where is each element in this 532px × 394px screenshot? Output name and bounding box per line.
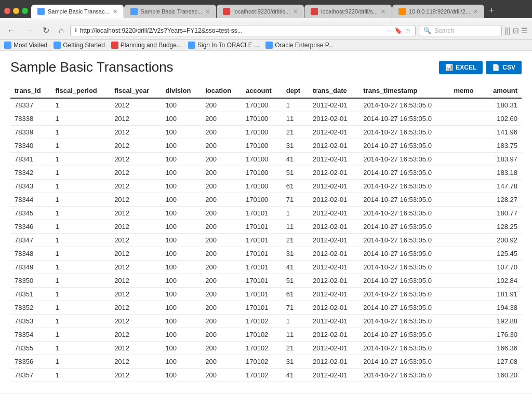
cell-10-1: 1 [51,234,111,247]
cell-20-10: 160.20 [483,369,522,382]
export-excel-button[interactable]: 📊 EXCEL [439,61,483,74]
tab-close-5[interactable]: ✕ [473,8,478,15]
url-text: http://localhost:9220/drill/2/v2s?Years=… [80,27,383,34]
table-header-row: trans_id fiscal_period fiscal_year divis… [10,84,522,98]
tab-close-1[interactable]: ✕ [113,8,117,15]
col-header-dept: dept [282,84,309,98]
cell-1-2: 2012 [110,112,161,126]
cell-4-2: 2012 [110,153,161,166]
forward-button[interactable]: → [22,25,36,36]
cell-4-8: 2014-10-27 16:53:05.0 [359,153,449,166]
back-button[interactable]: ← [4,25,19,36]
cell-16-6: 1 [282,315,309,328]
cell-18-6: 21 [282,342,309,355]
table-row: 7834012012100200170100312012-02-012014-1… [10,139,522,153]
bookmarks-icon[interactable]: ||| [505,26,511,35]
cell-0-5: 170100 [242,98,282,112]
cell-16-10: 192.88 [483,315,522,328]
cell-2-4: 200 [201,126,242,139]
cell-15-1: 1 [51,301,111,315]
cell-11-4: 200 [201,247,242,261]
browser-tab-5[interactable]: 10.0.0.119:9220/drill/2... ✕ [392,5,484,18]
cell-20-8: 2014-10-27 16:53:05.0 [359,369,449,382]
cell-8-0: 78345 [10,207,51,220]
cell-9-10: 128.25 [483,220,522,234]
cell-20-1: 1 [51,369,111,382]
cell-4-7: 2012-02-01 [309,153,359,166]
col-header-amount: amount [483,84,522,98]
menu-icon[interactable]: ☰ [521,26,528,35]
cell-18-10: 166.36 [483,342,522,355]
cell-8-5: 170101 [242,207,282,220]
reader-view-icon[interactable]: ⊡ [513,26,519,35]
url-options[interactable]: ··· [386,27,391,34]
cell-5-6: 51 [282,166,309,180]
col-header-fiscal-year: fiscal_year [110,84,161,98]
cell-8-8: 2014-10-27 16:53:05.0 [359,207,449,220]
cell-9-9 [450,220,483,234]
cell-3-7: 2012-02-01 [309,139,359,153]
star-icon[interactable]: ☆ [405,27,411,34]
cell-18-8: 2014-10-27 16:53:05.0 [359,342,449,355]
bookmark-oracle-enterprise[interactable]: Oracle Enterprise P... [265,42,334,49]
cell-12-3: 100 [161,261,201,274]
tabs-bar: Sample Basic Transac... ✕ Sample Basic T… [31,3,498,18]
table-row: 7833812012100200170100112012-02-012014-1… [10,112,522,126]
bookmark-getting-started[interactable]: Getting Started [54,42,105,49]
cell-17-4: 200 [201,328,242,342]
url-bar[interactable]: ℹ http://localhost:9220/drill/2/v2s?Year… [70,25,416,36]
tab-favicon-1 [37,8,45,15]
browser-tab-3[interactable]: localhost:9220/drill/s... ✕ [217,5,304,18]
cell-17-7: 2012-02-01 [309,328,359,342]
minimize-window-button[interactable] [13,8,19,14]
excel-label: EXCEL [456,64,476,71]
cell-2-1: 1 [51,126,111,139]
excel-icon: 📊 [445,64,453,71]
cell-14-4: 200 [201,288,242,301]
cell-17-1: 1 [51,328,111,342]
cell-4-9 [450,153,483,166]
cell-1-7: 2012-02-01 [309,112,359,126]
tab-close-2[interactable]: ✕ [205,8,210,15]
bookmark-icon[interactable]: 🔖 [394,27,402,34]
cell-4-4: 200 [201,153,242,166]
cell-10-6: 21 [282,234,309,247]
search-box[interactable]: 🔍 Search [419,25,502,36]
tab-close-4[interactable]: ✕ [381,8,385,15]
cell-18-7: 2012-02-01 [309,342,359,355]
browser-tab-4[interactable]: localhost:9220/drill/s... ✕ [304,5,392,18]
cell-15-0: 78352 [10,301,51,315]
bookmark-label-getting-started: Getting Started [63,42,105,49]
cell-14-9 [450,288,483,301]
cell-2-0: 78339 [10,126,51,139]
table-row: 7834312012100200170100612012-02-012014-1… [10,180,522,193]
cell-10-5: 170101 [242,234,282,247]
reload-button[interactable]: ↻ [39,24,52,36]
nav-extras: ||| ⊡ ☰ [505,26,528,35]
cell-17-2: 2012 [110,328,161,342]
cell-0-3: 100 [161,98,201,112]
new-tab-button[interactable]: + [485,3,499,18]
browser-tab-1[interactable]: Sample Basic Transac... ✕ [31,5,124,18]
cell-2-5: 170100 [242,126,282,139]
table-row: 7834212012100200170100512012-02-012014-1… [10,166,522,180]
cell-19-10: 127.08 [483,355,522,369]
close-window-button[interactable] [4,8,10,14]
bookmark-most-visited[interactable]: Most Visited [4,42,47,49]
cell-6-10: 147.78 [483,180,522,193]
browser-tab-2[interactable]: Sample Basic Transac... ✕ [124,5,217,18]
cell-6-4: 200 [201,180,242,193]
bookmark-planning[interactable]: Planning and Budge... [111,42,182,49]
cell-14-5: 170101 [242,288,282,301]
col-header-division: division [161,84,201,98]
cell-6-1: 1 [51,180,111,193]
cell-11-10: 125.45 [483,247,522,261]
cell-9-5: 170101 [242,220,282,234]
cell-9-1: 1 [51,220,111,234]
bookmark-sign-in-oracle[interactable]: Sign In To ORACLE ... [188,42,259,49]
home-button[interactable]: ⌂ [56,25,67,36]
cell-4-0: 78341 [10,153,51,166]
maximize-window-button[interactable] [22,8,28,14]
tab-close-3[interactable]: ✕ [293,8,298,15]
export-csv-button[interactable]: 📄 CSV [486,61,522,74]
